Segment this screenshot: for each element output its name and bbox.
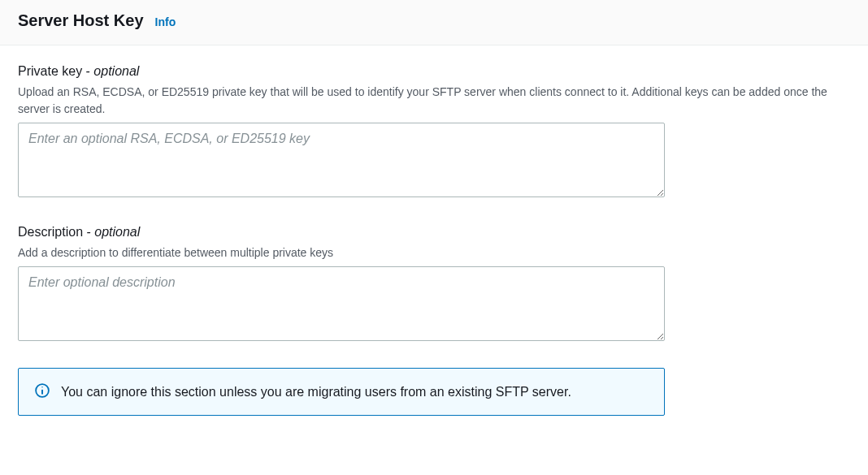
content-area: Private key - optional Upload an RSA, EC… — [0, 45, 868, 434]
info-link[interactable]: Info — [155, 15, 176, 28]
description-label-text: Description - — [18, 225, 94, 239]
description-field-group: Description - optional Add a description… — [18, 224, 850, 343]
description-optional-text: optional — [94, 225, 140, 239]
info-alert-text: You can ignore this section unless you a… — [61, 382, 571, 403]
info-icon — [35, 383, 50, 398]
description-label: Description - optional — [18, 224, 850, 241]
private-key-label: Private key - optional — [18, 63, 850, 80]
svg-point-2 — [41, 386, 42, 387]
private-key-label-text: Private key - — [18, 64, 93, 78]
section-title: Server Host Key — [18, 11, 144, 30]
info-alert-box: You can ignore this section unless you a… — [18, 368, 665, 417]
private-key-field-group: Private key - optional Upload an RSA, EC… — [18, 63, 850, 200]
description-input[interactable] — [18, 266, 665, 341]
section-header: Server Host Key Info — [0, 0, 868, 45]
description-help: Add a description to differentiate betwe… — [18, 244, 850, 261]
private-key-optional-text: optional — [93, 64, 139, 78]
private-key-input[interactable] — [18, 123, 665, 197]
private-key-help: Upload an RSA, ECDSA, or ED25519 private… — [18, 84, 850, 118]
